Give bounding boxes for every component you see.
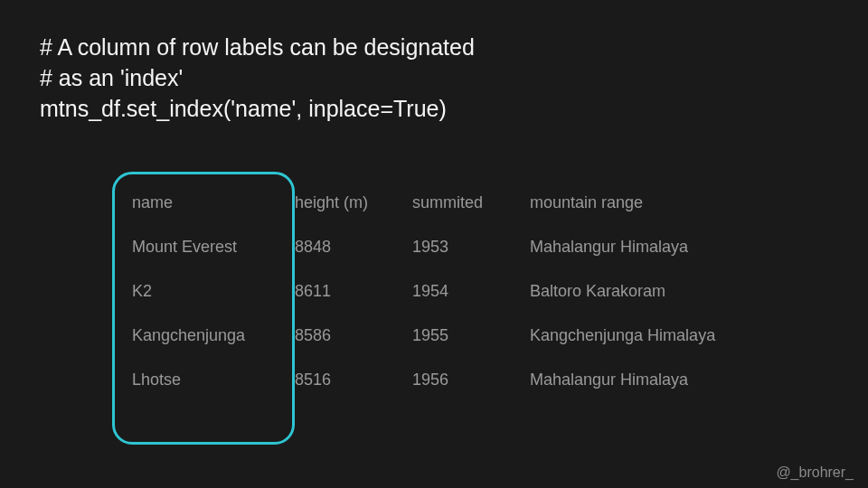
code-line-1: # A column of row labels can be designat…	[40, 33, 475, 63]
author-credit: @_brohrer_	[776, 465, 854, 481]
header-summited: summited	[407, 181, 524, 225]
cell-name: K2	[127, 269, 289, 314]
cell-range: Kangchenjunga Himalaya	[524, 314, 760, 358]
table-row: Lhotse 8516 1956 Mahalangur Himalaya	[127, 358, 760, 402]
cell-range: Mahalangur Himalaya	[524, 225, 760, 269]
table-row: Kangchenjunga 8586 1955 Kangchenjunga Hi…	[127, 314, 760, 358]
cell-height: 8611	[289, 269, 407, 314]
cell-height: 8586	[289, 314, 407, 358]
code-line-3: mtns_df.set_index('name', inplace=True)	[40, 94, 475, 125]
cell-name: Lhotse	[127, 358, 289, 402]
code-line-2: # as an 'index'	[40, 63, 475, 94]
cell-summited: 1955	[407, 314, 524, 358]
data-table: name height (m) summited mountain range …	[127, 181, 760, 402]
table-row: Mount Everest 8848 1953 Mahalangur Himal…	[127, 225, 760, 269]
cell-summited: 1956	[407, 358, 524, 402]
code-block: # A column of row labels can be designat…	[40, 33, 475, 124]
header-range: mountain range	[524, 181, 760, 225]
cell-summited: 1953	[407, 225, 524, 269]
cell-range: Mahalangur Himalaya	[524, 358, 760, 402]
table-header-row: name height (m) summited mountain range	[127, 181, 760, 225]
cell-summited: 1954	[407, 269, 524, 314]
header-height: height (m)	[289, 181, 407, 225]
cell-height: 8848	[289, 225, 407, 269]
cell-name: Mount Everest	[127, 225, 289, 269]
table-row: K2 8611 1954 Baltoro Karakoram	[127, 269, 760, 314]
header-name: name	[127, 181, 289, 225]
cell-height: 8516	[289, 358, 407, 402]
cell-name: Kangchenjunga	[127, 314, 289, 358]
cell-range: Baltoro Karakoram	[524, 269, 760, 314]
